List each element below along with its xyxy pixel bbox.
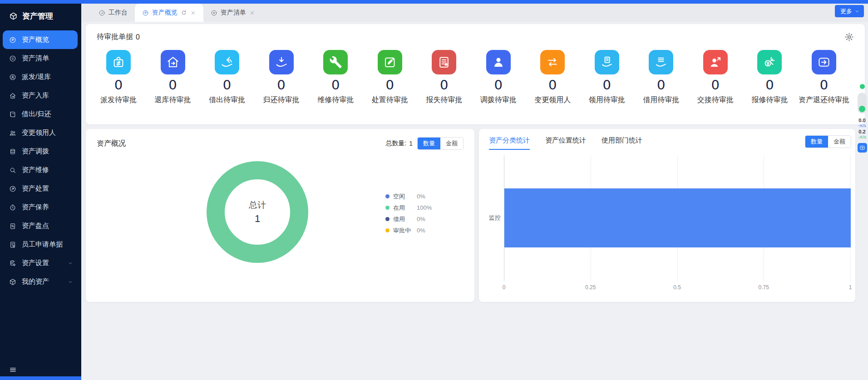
legend-percent: 0% <box>417 216 425 222</box>
x-tick-label: 0.5 <box>673 284 681 291</box>
legend-name: 审批中 <box>393 227 417 235</box>
clock-icon <box>9 204 16 211</box>
overview-数量-button[interactable]: 数量 <box>418 138 440 149</box>
donut-chart[interactable]: 总计 1 <box>207 161 308 263</box>
approval-label: 维修待审批 <box>317 95 354 105</box>
sidebar-item-派发/退库[interactable]: 派发/退库 <box>3 68 78 86</box>
sidebar-item-label: 资产维修 <box>22 166 49 174</box>
sidebar-item-变更领用人[interactable]: 变更领用人 <box>3 123 78 142</box>
sidebar-item-label: 借出/归还 <box>22 110 51 118</box>
tab-工作台[interactable]: 工作台 <box>91 4 135 22</box>
approval-调拨待审批[interactable]: 0调拨待审批 <box>473 50 524 105</box>
approval-借用待审批[interactable]: 0借用待审批 <box>636 50 686 105</box>
donut-legend: 空闲0%在用100%借用0%审批中0% <box>385 191 432 236</box>
legend-name: 在用 <box>393 204 417 212</box>
total-count-value: 1 <box>409 140 413 147</box>
x-tick-label: 0 <box>503 284 506 291</box>
gear-icon[interactable] <box>844 32 854 42</box>
stats-tab-资产分类统计[interactable]: 资产分类统计 <box>489 136 530 150</box>
house-in-icon <box>9 92 16 99</box>
sidebar-item-资产处置[interactable]: 资产处置 <box>3 179 78 198</box>
bar-监控[interactable] <box>504 188 851 247</box>
overview-title: 资产概况 <box>97 139 126 148</box>
legend-item-在用[interactable]: 在用100% <box>385 202 432 213</box>
close-icon[interactable] <box>249 10 255 16</box>
swap-arrows-icon <box>540 50 565 74</box>
stats-数量-button[interactable]: 数量 <box>805 136 828 148</box>
approval-count: 0 <box>440 79 448 92</box>
overview-金额-button[interactable]: 金额 <box>440 138 463 149</box>
approval-label: 资产退还待审批 <box>799 95 849 105</box>
more-button[interactable]: 更多 <box>835 5 864 17</box>
bag-swap-icon <box>106 50 131 74</box>
close-icon[interactable] <box>190 10 196 16</box>
approval-资产退还待审批[interactable]: 0资产退还待审批 <box>799 50 849 105</box>
approval-label: 报失待审批 <box>426 95 462 105</box>
sidebar-item-资产清单[interactable]: 资产清单 <box>3 49 78 68</box>
upload-speed-unit: ↑K/s <box>858 123 866 129</box>
sidebar-item-我的资产[interactable]: 我的资产 <box>3 272 78 291</box>
legend-item-借用[interactable]: 借用0% <box>385 213 432 225</box>
approval-借出待审批[interactable]: 0借出待审批 <box>202 50 252 105</box>
x-tick-label: 0.25 <box>585 284 596 291</box>
sidebar-item-资产调拨[interactable]: 资产调拨 <box>3 142 78 161</box>
tab-资产概览[interactable]: 资产概览 <box>135 4 203 22</box>
sidebar-item-员工申请单据[interactable]: 员工申请单据 <box>3 235 78 254</box>
approval-派发待审批[interactable]: 0派发待审批 <box>93 50 144 105</box>
donut-center-label: 总计 <box>249 199 266 211</box>
approval-归还待审批[interactable]: 0归还待审批 <box>256 50 307 105</box>
top-accent-bar <box>0 0 868 4</box>
download-speed-value: 0.2 <box>858 129 865 135</box>
sidebar-item-资产盘点[interactable]: 资产盘点 <box>3 217 78 235</box>
statistics-tabs: 资产分类统计资产位置统计使用部门统计 <box>479 129 855 150</box>
app-logo: 资产管理 <box>0 4 81 28</box>
tab-资产清单[interactable]: 资产清单 <box>203 4 262 22</box>
sidebar-item-label: 资产清单 <box>22 54 49 63</box>
approval-报修待审批[interactable]: 0报修待审批 <box>744 50 795 105</box>
legend-item-审批中[interactable]: 审批中0% <box>385 225 432 236</box>
approval-count: 0 <box>765 79 774 92</box>
sidebar-item-资产概览[interactable]: 资产概览 <box>3 30 78 49</box>
chevron-down-icon <box>68 261 73 266</box>
approval-维修待审批[interactable]: 0维修待审批 <box>310 50 361 105</box>
tab-bar: 工作台资产概览资产清单 更多 <box>81 4 868 22</box>
approval-变更领用人[interactable]: 0变更领用人 <box>527 50 578 105</box>
sidebar-item-label: 资产入库 <box>22 91 49 100</box>
legend-percent: 0% <box>417 193 425 200</box>
asset-statistics-card: 资产分类统计资产位置统计使用部门统计 数量金额 监控 00.250.50.751 <box>479 129 855 302</box>
approval-label: 派发待审批 <box>100 95 137 105</box>
approval-处置待审批[interactable]: 0处置待审批 <box>365 50 415 105</box>
sidebar-item-资产设置[interactable]: 资产设置 <box>3 254 78 272</box>
approval-label: 借出待审批 <box>209 95 245 105</box>
wrench-coin-icon <box>757 50 782 74</box>
approvals-row: 0派发待审批0退库待审批0借出待审批0归还待审批0维修待审批0处置待审批0报失待… <box>86 42 865 105</box>
legend-dot <box>385 217 390 221</box>
sidebar-collapse-button[interactable] <box>9 366 17 374</box>
compass-icon <box>9 36 16 44</box>
cube-icon <box>9 12 18 20</box>
bar-chart[interactable] <box>504 155 850 281</box>
hand-return-icon <box>215 50 239 74</box>
approval-count: 0 <box>711 79 720 92</box>
monitor-slider[interactable] <box>858 93 867 114</box>
sidebar-item-借出/归还[interactable]: 借出/归还 <box>3 105 78 123</box>
sidebar-item-资产维修[interactable]: 资产维修 <box>3 161 78 179</box>
sidebar-item-资产保养[interactable]: 资产保养 <box>3 198 78 217</box>
approval-领用待审批[interactable]: 0领用待审批 <box>582 50 632 105</box>
sidebar-bottom-accent <box>0 376 81 380</box>
network-monitor-widget[interactable]: 0.0 ↑K/s 0.2 ↓K/s <box>856 84 868 153</box>
stats-tab-资产位置统计[interactable]: 资产位置统计 <box>545 136 586 150</box>
stats-tab-使用部门统计[interactable]: 使用部门统计 <box>602 136 642 150</box>
approval-报失待审批[interactable]: 0报失待审批 <box>419 50 469 105</box>
sidebar-item-label: 员工申请单据 <box>22 240 63 249</box>
approval-退库待审批[interactable]: 0退库待审批 <box>148 50 198 105</box>
legend-item-空闲[interactable]: 空闲0% <box>385 191 432 202</box>
approval-交接待审批[interactable]: 0交接待审批 <box>690 50 741 105</box>
x-axis-ticks: 00.250.50.751 <box>504 284 850 291</box>
approval-count: 0 <box>331 79 340 92</box>
approval-label: 处置待审批 <box>372 95 408 105</box>
widget-app-icon[interactable] <box>858 143 867 153</box>
stats-金额-button[interactable]: 金额 <box>828 136 851 148</box>
refresh-icon[interactable] <box>181 10 187 16</box>
sidebar-item-资产入库[interactable]: 资产入库 <box>3 86 78 105</box>
